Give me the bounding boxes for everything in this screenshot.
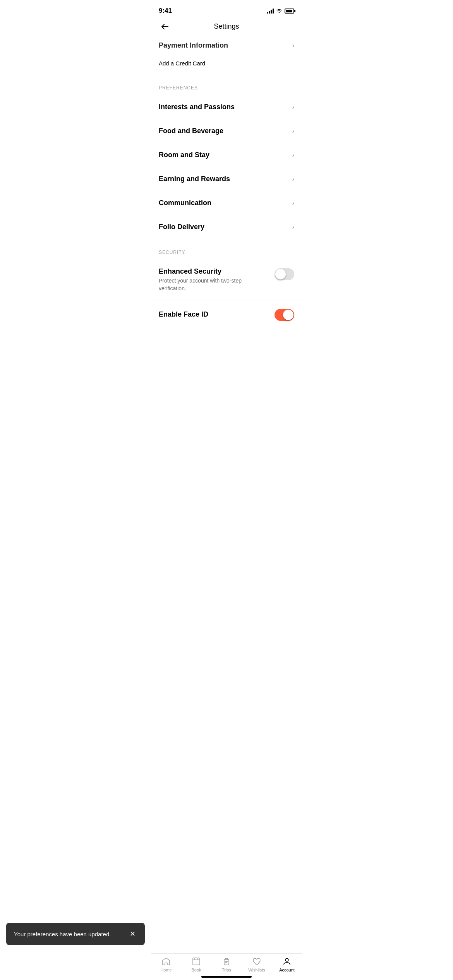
payment-section: Payment Information › Add a Credit Card [151, 35, 302, 74]
menu-item-room[interactable]: Room and Stay › [159, 143, 294, 167]
page-title: Settings [214, 22, 239, 31]
menu-item-interests[interactable]: Interests and Passions › [159, 95, 294, 119]
room-chevron-icon: › [292, 152, 294, 159]
face-id-toggle[interactable] [275, 309, 294, 321]
menu-item-communication[interactable]: Communication › [159, 191, 294, 215]
enhanced-security-toggle-knob [275, 269, 286, 279]
menu-item-earning-label: Earning and Rewards [159, 175, 230, 183]
enhanced-security-item: Enhanced Security Protect your account w… [159, 260, 294, 300]
payment-chevron-icon: › [292, 42, 294, 49]
folio-chevron-icon: › [292, 224, 294, 231]
signal-bars-icon [267, 8, 274, 14]
payment-information-title: Payment Information [159, 41, 228, 50]
payment-subtitle: Add a Credit Card [159, 56, 294, 74]
face-id-title: Enable Face ID [159, 310, 208, 319]
enhanced-security-desc: Protect your account with two-step verif… [159, 277, 268, 292]
preferences-section-header: PREFERENCES [151, 74, 302, 95]
communication-chevron-icon: › [292, 200, 294, 207]
status-icons [267, 8, 294, 14]
back-button[interactable] [159, 21, 171, 33]
security-section-header: SECURITY [151, 239, 302, 260]
menu-item-food-label: Food and Beverage [159, 127, 223, 135]
security-menu: Enhanced Security Protect your account w… [151, 260, 302, 300]
status-time: 9:41 [159, 7, 172, 15]
menu-item-interests-label: Interests and Passions [159, 103, 235, 111]
status-bar: 9:41 [151, 0, 302, 19]
enhanced-security-title: Enhanced Security [159, 267, 268, 276]
menu-item-communication-label: Communication [159, 199, 211, 207]
food-chevron-icon: › [292, 128, 294, 135]
earning-chevron-icon: › [292, 176, 294, 183]
wifi-icon [276, 9, 282, 13]
menu-item-folio-label: Folio Delivery [159, 223, 204, 231]
preferences-menu: Interests and Passions › Food and Bevera… [151, 95, 302, 239]
menu-item-room-label: Room and Stay [159, 151, 209, 159]
enhanced-security-text: Enhanced Security Protect your account w… [159, 267, 275, 292]
menu-item-earning[interactable]: Earning and Rewards › [159, 167, 294, 191]
face-id-toggle-knob [283, 310, 293, 320]
interests-chevron-icon: › [292, 104, 294, 111]
menu-item-food[interactable]: Food and Beverage › [159, 119, 294, 143]
payment-information-row[interactable]: Payment Information › [159, 35, 294, 56]
menu-item-folio[interactable]: Folio Delivery › [159, 215, 294, 239]
settings-content: Payment Information › Add a Credit Card … [151, 35, 302, 344]
battery-icon [285, 9, 294, 14]
face-id-row: Enable Face ID [151, 300, 302, 344]
enhanced-security-toggle[interactable] [275, 268, 294, 280]
header: Settings [151, 19, 302, 35]
